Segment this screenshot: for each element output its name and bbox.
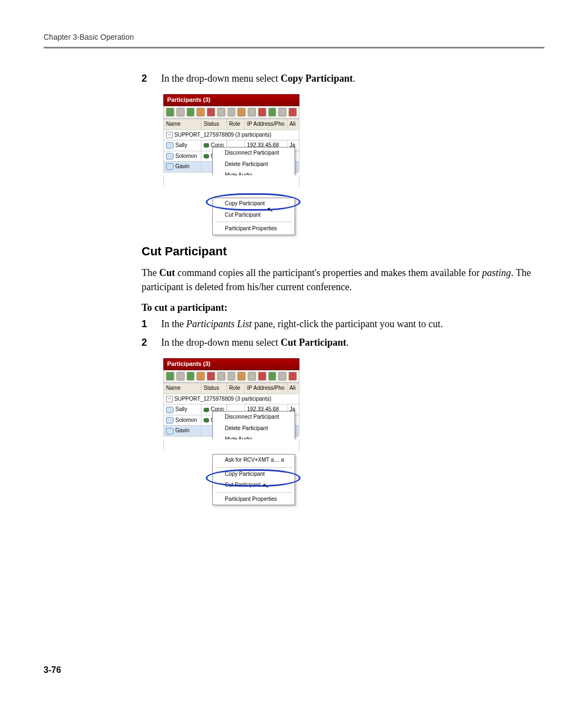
group-label: SUPPORT_1275978809 (3 participants) xyxy=(174,396,271,402)
col-status[interactable]: Status xyxy=(201,383,227,394)
col-ali[interactable]: Ali xyxy=(287,119,299,130)
t: The xyxy=(142,267,159,278)
menu-separator xyxy=(215,222,292,222)
menu-item-disconnect[interactable]: Disconnect Participant xyxy=(213,412,295,423)
menu-item-properties[interactable]: Participant Properties xyxy=(213,494,295,505)
menu-item-ask-rcv-xmt[interactable]: Ask for RCV+XMT a… a xyxy=(213,455,295,466)
step-body: In the drop-down menu select Cut Partici… xyxy=(161,335,539,350)
menu-item-copy-participant[interactable]: Copy Participant xyxy=(213,198,295,210)
step-body: In the Participants List pane, right-cli… xyxy=(161,317,539,331)
toolbar-icon[interactable] xyxy=(268,372,277,381)
panel-toolbar xyxy=(163,370,299,383)
toolbar-icon[interactable] xyxy=(248,372,256,381)
toolbar-icon[interactable] xyxy=(207,372,215,381)
procedure-heading: To cut a participant: xyxy=(142,301,539,315)
menu-item-delete[interactable]: Delete Participant xyxy=(213,423,295,434)
toolbar-icon[interactable] xyxy=(217,108,225,117)
t-bold: Cut xyxy=(159,267,175,278)
toolbar-icon[interactable] xyxy=(176,372,185,381)
person-icon xyxy=(166,417,174,424)
cell-name: Solomon xyxy=(175,417,197,423)
toolbar-icon[interactable] xyxy=(278,372,286,381)
toolbar-icon[interactable] xyxy=(228,372,236,381)
cell-name: Gavin xyxy=(175,163,189,169)
toolbar-icon[interactable] xyxy=(258,108,266,117)
content-area: 2 In the drop-down menu select Copy Part… xyxy=(142,71,539,500)
step-right-click: 1 In the Participants List pane, right-c… xyxy=(142,317,539,331)
toolbar-icon[interactable] xyxy=(197,372,205,381)
step-text-post: . xyxy=(353,73,356,84)
step-body: In the drop-down menu select Copy Partic… xyxy=(161,71,539,85)
group-row[interactable]: −SUPPORT_1275978809 (3 participants) xyxy=(164,130,299,140)
section-heading-cut-participant: Cut Participant xyxy=(142,243,539,260)
col-ip[interactable]: IP Address/Pho xyxy=(244,383,287,394)
cell-name: Gavin xyxy=(175,427,189,433)
person-icon xyxy=(166,428,174,434)
step-number: 1 xyxy=(142,317,161,331)
t-italic: Participants List xyxy=(186,318,252,329)
person-icon xyxy=(166,142,174,149)
t: . xyxy=(346,337,349,348)
toolbar-icon[interactable] xyxy=(207,108,215,117)
group-row[interactable]: −SUPPORT_1275978809 (3 participants) xyxy=(164,394,299,404)
col-status[interactable]: Status xyxy=(201,119,227,130)
toolbar-icon[interactable] xyxy=(217,372,225,381)
person-icon xyxy=(166,163,174,170)
col-role[interactable]: Role xyxy=(226,383,244,394)
toolbar-icon[interactable] xyxy=(289,108,297,117)
col-role[interactable]: Role xyxy=(226,119,244,130)
col-ali[interactable]: Ali xyxy=(287,383,299,394)
toolbar-icon[interactable] xyxy=(228,108,236,117)
context-menu-bottom[interactable]: Copy Participant Cut Participant Partici… xyxy=(212,198,295,235)
paragraph-cut-description: The Cut command copies all the participa… xyxy=(142,266,539,294)
torn-edge-icon xyxy=(163,175,299,187)
collapse-icon[interactable]: − xyxy=(166,396,173,402)
step-text-pre: In the drop-down menu select xyxy=(161,73,280,84)
menu-item-disconnect[interactable]: Disconnect Participant xyxy=(213,148,295,159)
menu-item-copy-participant[interactable]: Copy Participant xyxy=(213,469,295,480)
toolbar-icon[interactable] xyxy=(187,108,195,117)
status-icon xyxy=(204,418,209,422)
toolbar-icon[interactable] xyxy=(166,372,174,381)
person-icon xyxy=(166,407,174,413)
t: pane, right-click the participant you wa… xyxy=(252,318,443,329)
person-icon xyxy=(166,153,174,160)
t: In the drop-down menu select xyxy=(161,337,280,348)
toolbar-icon[interactable] xyxy=(187,372,195,381)
step-text-bold: Copy Participant xyxy=(280,73,353,84)
toolbar-icon[interactable] xyxy=(197,108,205,117)
status-icon xyxy=(204,154,209,158)
toolbar-icon[interactable] xyxy=(237,372,246,381)
step-copy-participant: 2 In the drop-down menu select Copy Part… xyxy=(142,71,539,85)
panel-toolbar xyxy=(163,106,299,119)
menu-item-delete[interactable]: Delete Participant xyxy=(213,159,295,170)
toolbar-icon[interactable] xyxy=(268,108,277,117)
panel-title: Participants (3) xyxy=(163,94,299,106)
collapse-icon[interactable]: − xyxy=(166,132,173,138)
toolbar-icon[interactable] xyxy=(248,108,256,117)
toolbar-icon[interactable] xyxy=(237,108,246,117)
menu-item-cut-participant[interactable]: Cut Participant xyxy=(213,210,295,221)
col-name[interactable]: Name xyxy=(164,383,201,394)
context-menu-bottom[interactable]: Ask for RCV+XMT a… a Copy Participant Cu… xyxy=(212,454,295,505)
screenshot-copy-participant: Participants (3) Name Status xyxy=(163,94,299,233)
panel-title: Participants (3) xyxy=(163,358,299,370)
toolbar-icon[interactable] xyxy=(289,372,297,381)
menu-separator xyxy=(215,492,292,493)
col-name[interactable]: Name xyxy=(164,119,201,130)
toolbar-icon[interactable] xyxy=(166,108,174,117)
t: In the xyxy=(161,318,186,329)
toolbar-icon[interactable] xyxy=(258,372,266,381)
status-icon xyxy=(204,408,209,412)
menu-item-cut-participant[interactable]: Cut Participant xyxy=(213,480,295,491)
page-number: 3-76 xyxy=(44,665,61,675)
t-bold: Cut Participant xyxy=(280,337,346,348)
header-rule xyxy=(44,47,544,48)
step-cut-participant: 2 In the drop-down menu select Cut Parti… xyxy=(142,335,539,350)
toolbar-icon[interactable] xyxy=(176,108,185,117)
toolbar-icon[interactable] xyxy=(278,108,286,117)
col-ip[interactable]: IP Address/Pho xyxy=(244,119,287,130)
menu-separator xyxy=(215,467,292,468)
menu-item-properties[interactable]: Participant Properties xyxy=(213,223,295,235)
t-italic: pasting xyxy=(482,267,511,278)
